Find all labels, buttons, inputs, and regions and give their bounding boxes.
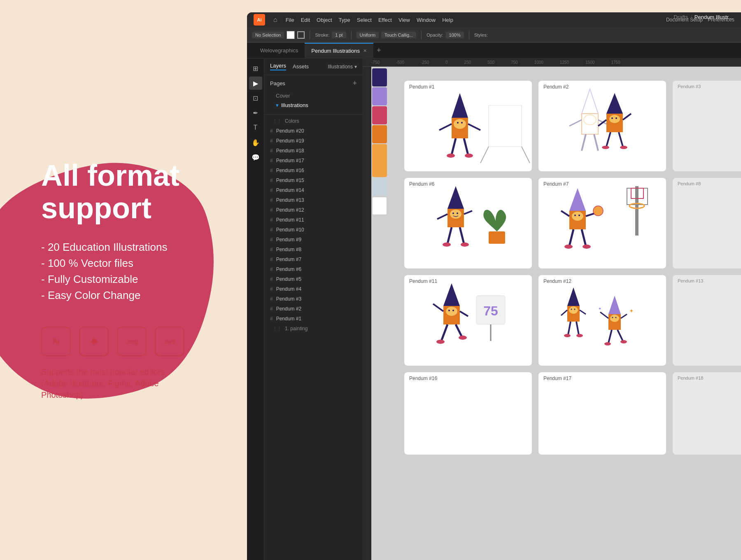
illust-card-17[interactable]: Pendum #17 [538, 372, 666, 455]
comment-tool[interactable]: 💬 [249, 151, 262, 164]
illust-card-3[interactable]: Pendum #3 [673, 81, 741, 171]
illust-card-16[interactable]: Pendum #16 [404, 372, 532, 455]
select-tool[interactable]: ▶ [249, 77, 262, 90]
hash-icon: # [270, 306, 273, 312]
illustrations-dropdown[interactable]: Illustrations ▾ [328, 64, 357, 70]
menu-window[interactable]: Window [417, 17, 436, 23]
illust-label-6: Pendum #6 [409, 181, 434, 187]
home-icon[interactable]: ⌂ [273, 16, 277, 23]
illust-card-18[interactable]: Pendum #18 [673, 372, 741, 455]
stroke-value[interactable]: 1 pt [332, 32, 346, 38]
illust-card-1[interactable]: Pendum #1 [404, 81, 532, 171]
tab-add-button[interactable]: + [377, 46, 381, 55]
layer-pendum-17[interactable]: # Pendum #17 [264, 156, 363, 166]
feature-item: - 100 % Vector files [41, 257, 184, 270]
svg-line-12 [480, 147, 489, 163]
svg-rect-56 [635, 186, 638, 236]
hand-tool[interactable]: ✋ [249, 136, 262, 149]
svg-point-10 [465, 154, 473, 158]
layer-pendum-4[interactable]: # Pendum #4 [264, 284, 363, 294]
svg-point-34 [450, 210, 461, 219]
toolbar-divider-3 [421, 31, 422, 39]
layer-colors[interactable]: ⋮⋮ Colors [264, 116, 363, 126]
illust-card-13[interactable]: Pendum #13 [673, 275, 741, 366]
assets-tab[interactable]: Assets [293, 63, 309, 70]
svg-line-81 [568, 322, 571, 335]
layer-pendum-6[interactable]: # Pendum #6 [264, 264, 363, 274]
layer-pendum-15[interactable]: # Pendum #15 [264, 175, 363, 185]
feature-item: - 20 Education Illustrations [41, 241, 184, 254]
png-icon-box: .png [117, 327, 147, 356]
layer-pendum-13[interactable]: # Pendum #13 [264, 195, 363, 205]
page-cover[interactable]: Cover [270, 91, 357, 100]
tab-pendum[interactable]: Pendum Illustrations ✕ [305, 43, 373, 58]
menu-help[interactable]: Help [442, 17, 453, 23]
page-illustrations[interactable]: ▾ Illustrations [270, 100, 357, 110]
text-tool[interactable]: T [249, 121, 262, 134]
stroke-color-swatch[interactable] [297, 31, 305, 39]
menu-view[interactable]: View [398, 17, 410, 23]
layer-pendum-1[interactable]: # Pendum #1 [264, 314, 363, 324]
touch-callig-label[interactable]: Touch Callig... [381, 32, 416, 38]
illust-card-8[interactable]: Pendum #8 [673, 178, 741, 268]
breadcrumb: Drafts / Pendum Illustr... [665, 12, 741, 22]
svg-point-51 [593, 206, 603, 216]
opacity-value[interactable]: 100% [446, 32, 464, 38]
layer-pendum-12[interactable]: # Pendum #12 [264, 205, 363, 215]
menu-file[interactable]: File [286, 17, 294, 23]
uniform-label[interactable]: Uniform [357, 32, 379, 38]
hash-icon: # [270, 237, 273, 243]
layers-tab[interactable]: Layers [270, 63, 286, 70]
frame-tool[interactable]: ⊡ [249, 91, 262, 105]
menu-type[interactable]: Type [339, 17, 350, 23]
swatch-light-orange[interactable] [372, 144, 387, 177]
tab-close-icon[interactable]: ✕ [363, 48, 367, 54]
swatch-medium-purple[interactable] [372, 87, 387, 105]
fill-color-swatch[interactable] [287, 31, 295, 39]
grid-icon[interactable]: ⊞ [249, 62, 262, 75]
layer-pendum-18[interactable]: # Pendum #18 [264, 146, 363, 156]
illust-label-17: Pendum #17 [543, 376, 571, 381]
svg-marker-74 [567, 287, 580, 306]
illust-card-2[interactable]: Pendum #2 [538, 81, 666, 171]
menu-effect[interactable]: Effect [378, 17, 392, 23]
illust-card-7[interactable]: Pendum #7 [538, 178, 666, 268]
layer-pendum-5[interactable]: # Pendum #5 [264, 274, 363, 284]
tab-bar: Welovegraphics Pendum Illustrations ✕ + … [247, 43, 741, 58]
hash-icon: # [270, 296, 273, 302]
layer-pendum-2[interactable]: # Pendum #2 [264, 304, 363, 314]
layer-pendum-7[interactable]: # Pendum #7 [264, 254, 363, 264]
menu-object[interactable]: Object [317, 17, 332, 23]
layer-pendum-8[interactable]: # Pendum #8 [264, 245, 363, 254]
svg-line-17 [569, 120, 582, 126]
swatch-dark-purple[interactable] [372, 68, 387, 86]
styles-label: Styles: [474, 33, 488, 37]
swatch-dark-orange[interactable] [372, 125, 387, 143]
layer-pendum-20[interactable]: # Pendum #20 [264, 126, 363, 136]
illust-label-8: Pendum #8 [678, 181, 701, 186]
svg-marker-14 [582, 89, 598, 114]
layer-pendum-16[interactable]: # Pendum #16 [264, 166, 363, 175]
menu-edit[interactable]: Edit [301, 17, 310, 23]
pen-tool[interactable]: ✒ [249, 106, 262, 119]
toolbar-brush: Uniform Touch Callig... [357, 32, 417, 38]
layer-pendum-9[interactable]: # Pendum #9 [264, 235, 363, 245]
illust-card-11[interactable]: Pendum #11 [404, 275, 532, 366]
layer-pendum-11[interactable]: # Pendum #11 [264, 215, 363, 225]
add-page-button[interactable]: + [352, 79, 357, 88]
tab-welovegraphics[interactable]: Welovegraphics [254, 43, 305, 58]
svg-point-77 [571, 309, 572, 310]
swatch-light-blue[interactable] [372, 178, 387, 196]
layer-pendum-3[interactable]: # Pendum #3 [264, 294, 363, 304]
hash-icon: # [270, 187, 273, 193]
layer-pendum-19[interactable]: # Pendum #19 [264, 136, 363, 146]
illust-card-12[interactable]: Pendum #12 [538, 275, 666, 366]
illust-card-6[interactable]: Pendum #6 [404, 178, 532, 268]
layer-painting[interactable]: ⋮⋮ 1. painting [264, 324, 363, 334]
swatch-red[interactable] [372, 106, 387, 124]
swatch-white[interactable] [372, 197, 387, 215]
layer-pendum-10[interactable]: # Pendum #10 [264, 225, 363, 235]
layer-pendum-14[interactable]: # Pendum #14 [264, 185, 363, 195]
menu-select[interactable]: Select [357, 17, 372, 23]
illust-label-7: Pendum #7 [543, 181, 569, 187]
